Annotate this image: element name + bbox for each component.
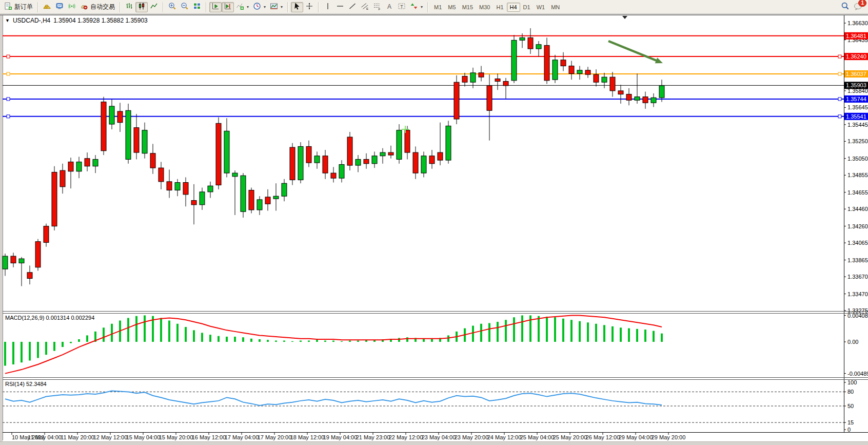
chart-shift-marker[interactable]: [622, 16, 627, 19]
chart-shift-button[interactable]: [222, 2, 234, 12]
chart-canvas[interactable]: 1.366301.364351.358401.356451.354451.352…: [0, 0, 868, 445]
window-bottom-edge: [0, 441, 868, 445]
svg-text:11 May 20:00: 11 May 20:00: [61, 434, 94, 440]
candlestick-chart-icon: [137, 2, 146, 12]
svg-text:12 May 12:00: 12 May 12:00: [93, 434, 128, 440]
channel-button[interactable]: E: [359, 2, 371, 12]
timeframe-button-m15[interactable]: M15: [459, 3, 476, 12]
periods-button[interactable]: ▾: [251, 2, 268, 12]
toolbar-separator: [120, 2, 121, 12]
arrow-head[interactable]: [655, 57, 663, 63]
timeframe-group: M1M5M15M30H1H4D1W1MN: [431, 3, 563, 12]
svg-text:1.33470: 1.33470: [847, 291, 868, 297]
templates-button[interactable]: ▾: [268, 2, 285, 12]
line-handle[interactable]: [838, 72, 841, 75]
cursor-button[interactable]: [291, 2, 303, 12]
horizontal-line-button[interactable]: [334, 2, 346, 12]
trendline-icon: [348, 2, 357, 12]
ohlc-readout: 1.35904 1.35928 1.35882 1.35903: [53, 17, 148, 24]
svg-text:23 May 04:00: 23 May 04:00: [422, 434, 456, 440]
line-chart-icon: [150, 2, 158, 12]
timeframe-button-h1[interactable]: H1: [493, 3, 506, 12]
timeframe-button-h4[interactable]: H4: [507, 3, 520, 12]
search-icon[interactable]: [841, 2, 850, 12]
chart-candles-button[interactable]: [135, 2, 148, 12]
template-icon: [270, 2, 278, 12]
svg-text:1.35050: 1.35050: [847, 156, 868, 162]
svg-text:1.36037: 1.36037: [846, 71, 866, 77]
new-order-button[interactable]: 新订单: [2, 2, 35, 12]
text-button[interactable]: A: [383, 2, 396, 12]
notifications-button[interactable]: 1: [854, 2, 863, 12]
svg-text:1.35250: 1.35250: [847, 138, 868, 144]
time-axis: 10 May 202311 May 04:0011 May 20:0012 Ma…: [12, 432, 685, 440]
chevron-down-icon: ▾: [264, 5, 266, 9]
signal-icon: [68, 2, 76, 12]
line-handle[interactable]: [7, 72, 10, 75]
svg-text:1.36630: 1.36630: [847, 20, 868, 26]
svg-text:23 May 20:00: 23 May 20:00: [455, 434, 489, 440]
timeframe-button-d1[interactable]: D1: [520, 3, 534, 12]
timeframe-button-mn[interactable]: MN: [548, 3, 563, 12]
zoom-out-button[interactable]: [179, 2, 191, 12]
line-handle[interactable]: [838, 98, 841, 101]
trend-arrow-annotation[interactable]: [608, 41, 658, 61]
svg-text:1.36240: 1.36240: [846, 53, 866, 60]
bar-chart-icon: [125, 2, 133, 12]
shapes-button[interactable]: ▾: [408, 2, 425, 12]
svg-text:1.34655: 1.34655: [847, 189, 868, 196]
text-label-button[interactable]: T: [396, 2, 408, 12]
toolbar-separator: [163, 2, 164, 12]
svg-text:1.35645: 1.35645: [847, 104, 868, 110]
svg-text:1.34260: 1.34260: [847, 223, 868, 229]
indicators-button[interactable]: ▾: [234, 2, 251, 12]
fibonacci-button[interactable]: F: [371, 2, 383, 12]
symbol-menu-icon[interactable]: ▼: [5, 18, 10, 23]
crosshair-button[interactable]: [303, 2, 315, 12]
svg-text:1.35445: 1.35445: [847, 122, 868, 128]
signals-button[interactable]: [66, 2, 78, 12]
timeframe-button-m30[interactable]: M30: [476, 3, 493, 12]
zoom-in-button[interactable]: [166, 2, 179, 12]
auto-scroll-icon: [211, 2, 220, 12]
crosshair-icon: [305, 2, 313, 12]
svg-text:17 May 20:00: 17 May 20:00: [258, 434, 292, 440]
svg-text:1.35903: 1.35903: [846, 82, 866, 88]
svg-text:17 May 04:00: 17 May 04:00: [225, 434, 259, 440]
timeframe-button-w1[interactable]: W1: [534, 3, 548, 12]
line-handle[interactable]: [7, 115, 10, 118]
candles-layer: [3, 28, 664, 286]
toolbar: 新订单 自动交易 ▾ ▾: [0, 0, 868, 14]
svg-text:0.004085: 0.004085: [847, 313, 868, 319]
auto-scroll-button[interactable]: [209, 2, 222, 12]
cursor-icon: [293, 2, 301, 12]
gold-button[interactable]: [41, 2, 53, 12]
chart-shift-icon: [224, 2, 232, 12]
line-handle[interactable]: [838, 55, 841, 58]
svg-text:0: 0: [847, 427, 851, 433]
svg-text:25 May 04:00: 25 May 04:00: [520, 434, 555, 440]
svg-text:24 May 12:00: 24 May 12:00: [487, 434, 522, 440]
timeframe-button-m1[interactable]: M1: [431, 3, 445, 12]
toolbar-separator: [206, 2, 207, 12]
tile-windows-icon: [193, 2, 201, 12]
chart-bars-button[interactable]: [123, 2, 135, 12]
line-handle[interactable]: [7, 55, 10, 58]
publisher-button[interactable]: [53, 2, 66, 12]
gold-bars-icon: [43, 2, 51, 12]
svg-text:1.35744: 1.35744: [846, 96, 866, 102]
toolbar-separator: [37, 2, 38, 12]
auto-trading-button[interactable]: 自动交易: [78, 2, 117, 12]
zoom-in-icon: [168, 2, 176, 12]
vertical-line-button[interactable]: [322, 2, 334, 12]
line-handle[interactable]: [7, 98, 10, 101]
fibonacci-icon: F: [373, 2, 381, 12]
svg-text:F: F: [379, 7, 381, 10]
line-handle[interactable]: [838, 115, 841, 118]
chart-line-button[interactable]: [148, 2, 160, 12]
horizontal-line-icon: [336, 2, 344, 12]
timeframe-button-m5[interactable]: M5: [445, 3, 459, 12]
svg-text:1.35541: 1.35541: [846, 113, 866, 120]
tile-windows-button[interactable]: [191, 2, 203, 12]
trendline-button[interactable]: [346, 2, 359, 12]
